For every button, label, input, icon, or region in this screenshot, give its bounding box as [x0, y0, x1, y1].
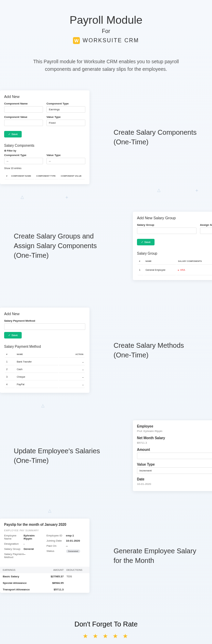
connector: △	[0, 400, 212, 413]
salary-components-heading: Salary Components	[4, 144, 85, 147]
connector: △ + △ +	[0, 191, 212, 205]
payment-method-heading: Salary Payment Method	[4, 345, 85, 348]
emp-name-value: Ephraim Rippin	[24, 534, 43, 540]
filter-icon: ⚙	[4, 149, 7, 152]
salary-group-heading: Salary Group	[137, 252, 212, 255]
value-type-label: Value Type	[46, 115, 85, 119]
salary-group-input[interactable]	[137, 227, 197, 234]
save-icon: ✓	[8, 334, 11, 337]
connector	[0, 287, 212, 301]
employee-name-value: Prof. Ephraim Rippin	[137, 430, 212, 433]
section-salary-methods: Add New Salary Payment Method ✓ Save Sal…	[0, 301, 212, 400]
paid-on-label: Paid On	[46, 544, 66, 547]
value-type-select[interactable]: Fixed	[46, 120, 85, 126]
filter-component-type-label: Component Type	[4, 154, 43, 157]
amount-label: Amount	[137, 448, 212, 452]
card-update-salaries: Employee Prof. Ephraim Rippin Net Month …	[133, 420, 212, 491]
component-value-input[interactable]	[4, 120, 43, 126]
card-payslip: Payslip for the month of January 2020 EM…	[0, 519, 89, 593]
status-badge: Generated	[66, 549, 81, 553]
emp-id-label: Employee ID	[46, 534, 66, 537]
filter-value-type-label: Value Type	[46, 154, 85, 157]
section-salary-groups: Add New Salary Group Salary Group Assign…	[0, 205, 212, 287]
row-menu-icon[interactable]: ...	[82, 376, 83, 378]
components-table: # COMPONENT NAME COMPONENT TYPE COMPONEN…	[4, 172, 85, 180]
filter-by-label: ⚙ Filter by	[4, 149, 85, 152]
section-update-salaries: Employee Prof. Ephraim Rippin Net Month …	[0, 413, 212, 498]
caption-generate-payslip: Generate Employee Salary for the Month	[100, 546, 212, 565]
designation-label: Designation	[4, 542, 24, 545]
brand-logo-icon: W	[73, 37, 80, 44]
connector: △	[0, 498, 212, 512]
component-name-label: Component Name	[4, 102, 43, 105]
amount-input[interactable]	[137, 453, 212, 459]
brand-name: WORKSUITE CRM	[83, 37, 139, 44]
row-menu-icon[interactable]: ...	[82, 360, 83, 363]
footer: Don't Forget To Rate ★ ★ ★ ★ ★ Thank You…	[0, 600, 212, 644]
component-type-select[interactable]: Earnings	[46, 106, 85, 113]
payment-method-input[interactable]	[4, 323, 85, 330]
paid-on-value: --	[66, 544, 86, 547]
col-num: #	[138, 258, 144, 265]
net-salary-value: $5711.3	[137, 441, 212, 444]
date-label: Date	[137, 477, 212, 481]
value-type-label: Value Type	[137, 463, 212, 466]
salary-group-table: # NAME SALARY COMPONENTS ACTION 1 Genera…	[137, 257, 212, 276]
entries-control: Show 10 entries	[4, 167, 85, 169]
table-row: 1Bank Transfer...	[5, 358, 85, 365]
payslip-title: Payslip for the month of January 2020	[4, 523, 85, 526]
filter-value-type-select[interactable]: --	[46, 158, 85, 164]
employee-label: Employee	[137, 424, 212, 428]
salary-group-label: Salary Group	[137, 223, 197, 226]
component-type-label: Component Type	[46, 102, 85, 105]
card-salary-components: Add New Component Name Component Type Ea…	[0, 90, 89, 184]
add-new-heading: Add New	[4, 312, 85, 316]
component-name-input[interactable]	[4, 106, 43, 113]
table-row: 2Cash...	[5, 366, 85, 373]
subtitle-for: For	[7, 28, 205, 34]
brand: W WORKSUITE CRM	[7, 37, 205, 44]
payment-method-label: Salary Payment Method	[4, 319, 85, 322]
star-rating-icon: ★ ★ ★ ★ ★	[7, 632, 205, 640]
value-type-select[interactable]: Increment	[137, 467, 212, 474]
card-salary-groups: Add New Salary Group Salary Group Assign…	[133, 212, 212, 280]
filter-component-type-select[interactable]: --	[4, 158, 43, 164]
assign-salary-input[interactable]	[200, 227, 212, 234]
hra-tag: HRA	[178, 269, 185, 271]
col-component-name: COMPONENT NAME	[10, 173, 34, 179]
save-button[interactable]: ✓ Save	[4, 131, 22, 137]
row-menu-icon[interactable]: ...	[82, 368, 83, 370]
col-num: #	[5, 351, 15, 358]
col-component-value: COMPONENT VALUE	[59, 173, 85, 179]
save-icon: ✓	[8, 133, 11, 136]
salary-group-value: General	[24, 547, 43, 551]
earnings-row: Transport Allowance$5711.3	[0, 586, 89, 593]
component-value-label: Component Value	[4, 115, 43, 119]
designation-value: -	[24, 542, 43, 545]
save-icon: ✓	[141, 241, 144, 244]
caption-salary-components: Create Salary Components (One-Time)	[100, 127, 212, 147]
caption-update-salaries: Update Employee's Salaries (One-Time)	[0, 446, 123, 465]
joining-date-label: Joining Date	[46, 539, 66, 542]
col-name: NAME	[144, 258, 176, 265]
date-value: 10-01-2020	[137, 482, 212, 486]
caption-salary-methods: Create Salary Methods (One-Time)	[100, 341, 212, 360]
earnings-header: EARNINGS AMOUNT DEDUCTIONS	[0, 567, 89, 573]
save-button[interactable]: ✓ Save	[137, 239, 155, 245]
emp-name-label: Employee Name	[4, 534, 24, 540]
save-button[interactable]: ✓ Save	[4, 332, 22, 338]
assign-salary-label: Assign Salary	[200, 223, 212, 226]
table-row: 1 General Employee HRA ⚙ Manage Employee…	[138, 265, 212, 275]
salary-group-label: Salary Group	[4, 547, 24, 551]
row-menu-icon[interactable]: ...	[82, 383, 83, 386]
col-component-type: COMPONENT TYPE	[35, 173, 59, 179]
payment-method-label: Salary Payment Method	[4, 553, 24, 559]
earnings-row: Special Allowance$8566.95	[0, 580, 89, 586]
net-salary-label: Net Month Salary	[137, 436, 212, 440]
add-new-group-heading: Add New Salary Group	[137, 216, 212, 220]
joining-date-value: 10-01-2020	[66, 539, 86, 542]
pay-summary-heading: EMPLOYEE PAY SUMMARY	[4, 529, 85, 532]
section-salary-components: Add New Component Name Component Type Ea…	[0, 84, 212, 191]
col-name: NAME	[15, 351, 58, 358]
table-row: 4PayPal...	[5, 381, 85, 388]
